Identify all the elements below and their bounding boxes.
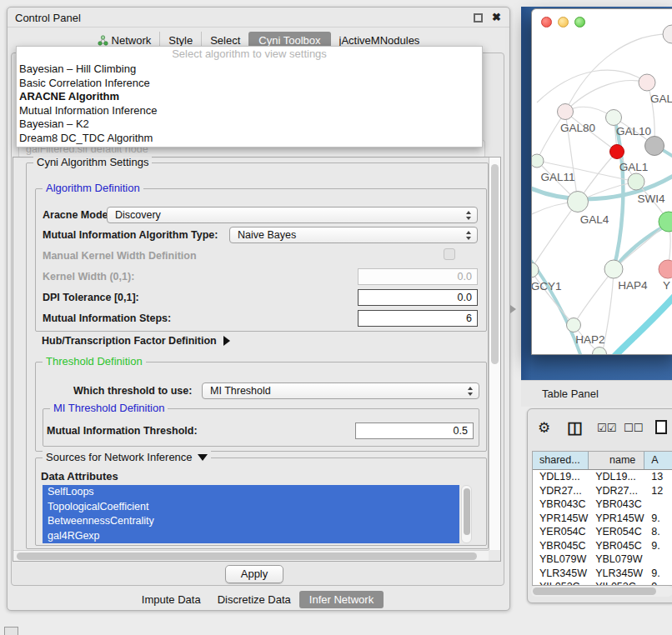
tab-label: Impute Data [142,593,201,606]
network-edge[interactable] [537,70,647,102]
settings-horizontal-scrollbar[interactable] [13,550,489,561]
panel-divider-arrow[interactable] [510,305,516,313]
table-row[interactable]: YBR043CYBR043C [533,498,672,512]
table-row[interactable]: YIL052CYIL052C9. [533,580,672,586]
data-attributes-list[interactable]: SelfLoopsTopologicalCoefficientBetweenne… [43,485,459,543]
cyni-algorithm-settings-group: Cyni Algorithm Settings Algorithm Defini… [26,162,489,549]
network-edge[interactable] [532,202,578,270]
table-cell: 13 [644,470,672,484]
kernel-width-input[interactable] [358,268,478,285]
document-icon[interactable] [655,420,667,434]
checked-pair-icon[interactable]: ☑☑ [597,422,616,434]
table-panel-header: Table Panel [521,380,672,407]
tab-impute-data[interactable]: Impute Data [133,591,209,608]
combo-arrows-icon [465,210,473,221]
data-attributes-label: Data Attributes [41,470,118,482]
which-threshold-combo[interactable]: MI Threshold [202,382,479,399]
network-node-label: GAL11 [540,171,574,183]
aracne-mode-combo[interactable]: Discovery [107,207,478,223]
combo-arrows-icon [467,386,474,397]
table-row[interactable]: YDR27...YDR27...12 [533,484,672,498]
network-node-hap2[interactable] [567,318,581,332]
tab-infer-network[interactable]: Infer Network [299,591,384,608]
algorithm-item[interactable]: Mutual Information Inference [17,104,482,118]
table-column-header[interactable]: A [644,452,672,469]
table-cell [644,552,672,567]
network-node[interactable] [663,25,672,43]
table-row[interactable]: YDL19...YDL19...13 [533,470,672,484]
gear-icon[interactable]: ⚙ [538,419,550,437]
attribute-item[interactable]: SelfLoops [43,485,459,500]
table-row[interactable]: YLR345WYLR345W9. [533,567,672,581]
network-node-gal1[interactable] [610,145,624,159]
algorithm-item[interactable]: Bayesian – K2 [17,118,482,132]
table-cell: YBL079W [533,552,589,567]
columns-icon[interactable]: ◫ [567,418,583,438]
network-node-hap4[interactable] [604,260,623,278]
hub-definition-label: Hub/Transcription Factor Definition [42,335,217,347]
algorithm-item[interactable]: Basic Correlation Inference [17,77,482,91]
algorithm-item[interactable]: ARACNE Algorithm [17,90,482,104]
tab-label: Infer Network [309,593,374,606]
table-cell: YBR045C [533,539,589,553]
network-edge[interactable] [532,249,582,355]
apply-button[interactable]: Apply [225,565,283,583]
manual-kernel-checkbox[interactable] [444,248,455,260]
algorithm-item[interactable]: Bayesian – Hill Climbing [17,62,482,77]
network-edge[interactable] [609,286,672,355]
table-window: ⚙◫☑☑☐☐ shared...nameA YDL19...YDL19...13… [527,408,672,603]
close-icon[interactable]: ✖ [492,11,501,23]
network-graph[interactable]: GAL7GAL80GAL10GAL1GAL11SWI4GAL4GCY1HAP4Y… [532,9,672,355]
mi-type-label: Mutual Information Algorithm Type: [43,229,218,241]
network-node-y[interactable] [659,260,672,278]
network-node-gal11[interactable] [532,154,544,168]
mi-steps-input[interactable] [358,310,478,327]
network-node-label: GAL1 [619,161,649,173]
table-column-header[interactable]: name [589,452,644,469]
table-cell: YER054C [533,525,589,539]
mi-threshold-legend: MI Threshold Definition [50,402,168,414]
mi-threshold-input[interactable] [355,422,474,439]
mi-type-combo[interactable]: Naive Bayes [229,227,478,243]
attribute-item[interactable]: BetweennessCentrality [43,514,459,529]
network-view-window[interactable]: GAL7GAL80GAL10GAL1GAL11SWI4GAL4GCY1HAP4Y… [531,8,672,355]
network-node-label: GAL10 [616,125,651,138]
network-node[interactable] [645,137,664,156]
network-node-label: HAP2 [575,333,604,346]
network-node-gal7[interactable] [639,74,655,91]
tab-discretize-data[interactable]: Discretize Data [209,591,299,608]
algorithm-item[interactable]: Dream8 DC_TDC Algorithm [17,132,482,146]
sources-legend[interactable]: Sources for Network Inference [43,451,211,463]
hub-definition-toggle[interactable]: Hub/Transcription Factor Definition [42,335,230,347]
unchecked-pair-icon[interactable]: ☐☐ [624,422,643,434]
float-window-icon[interactable] [474,13,483,22]
algorithm-popup-items: Bayesian – Hill ClimbingBasic Correlatio… [17,62,482,145]
table-row[interactable]: YPR145WYPR145W9. [533,512,672,526]
table-horizontal-scrollbar[interactable] [531,586,672,597]
network-edge[interactable] [574,269,614,325]
attributes-scrollbar[interactable] [461,485,472,543]
table-cell: YBR043C [533,498,589,512]
node-table: shared...nameA YDL19...YDL19...13YDR27..… [532,451,672,586]
attribute-item[interactable]: gal4RGexp [43,529,459,544]
network-edge[interactable] [537,112,565,161]
network-node-swi4[interactable] [628,173,644,190]
network-node-gal80[interactable] [558,104,574,120]
network-node-label: GAL4 [580,213,609,226]
attribute-item[interactable]: TopologicalCoefficient [43,500,459,515]
network-node-gal4[interactable] [568,192,589,212]
manual-kernel-label: Manual Kernel Width Definition [43,250,197,262]
table-row[interactable]: YBR045CYBR045C9. [533,539,672,553]
table-row[interactable]: YER054CYER054C8. [533,525,672,539]
dock-panel-icon[interactable] [4,627,18,635]
table-cell: 9. [644,580,672,586]
settings-vertical-scrollbar[interactable] [489,158,500,550]
dpi-tolerance-input[interactable] [358,289,478,306]
table-row[interactable]: YBL079WYBL079W [533,552,672,567]
network-node-gcy1[interactable] [532,262,539,278]
table-column-header[interactable]: shared... [533,452,589,469]
table-cell: YDR27... [589,484,644,498]
dpi-tolerance-label: DPI Tolerance [0,1]: [43,292,139,303]
table-cell: YBL079W [589,552,644,567]
network-node-gal10[interactable] [606,110,622,126]
